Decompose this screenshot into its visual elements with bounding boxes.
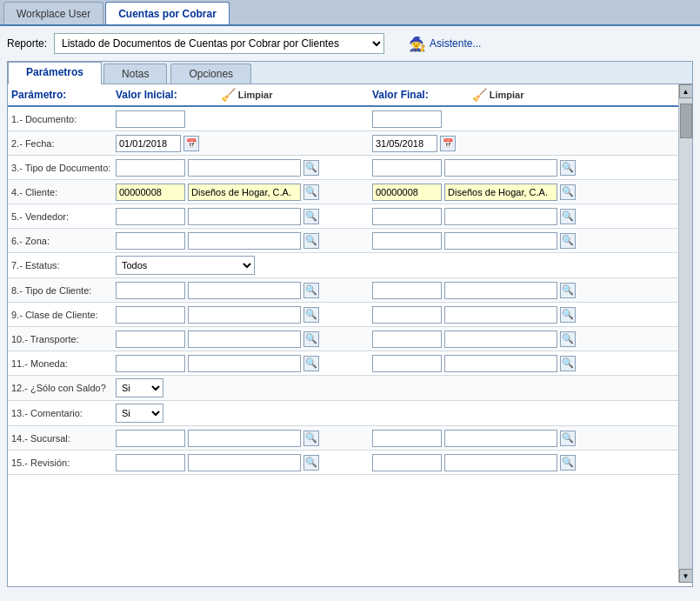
initial-code-input-row9[interactable] bbox=[116, 306, 185, 324]
search-button-initial-row10[interactable]: 🔍 bbox=[303, 331, 319, 347]
search-button-initial-row9[interactable]: 🔍 bbox=[303, 307, 319, 323]
final-cell-row6: 🔍 bbox=[372, 232, 629, 250]
search-button-final-row15[interactable]: 🔍 bbox=[560, 455, 576, 471]
param-label-row9: 9.- Clase de Cliente: bbox=[11, 310, 116, 320]
tab-opciones[interactable]: Opciones bbox=[170, 63, 251, 83]
initial-name-input-row14[interactable] bbox=[188, 430, 301, 447]
initial-code-input-row3[interactable] bbox=[116, 159, 185, 177]
final-code-input-row3[interactable] bbox=[372, 159, 442, 177]
final-name-input-row4[interactable] bbox=[444, 184, 557, 201]
initial-code-input-row6[interactable] bbox=[116, 232, 185, 250]
final-date-input-row2[interactable] bbox=[372, 135, 437, 152]
calendar-icon-final-row2[interactable]: 📅 bbox=[440, 136, 456, 151]
final-name-input-row8[interactable] bbox=[444, 282, 557, 299]
final-name-input-row15[interactable] bbox=[444, 454, 557, 471]
search-button-final-row6[interactable]: 🔍 bbox=[560, 233, 576, 249]
final-cell-row9: 🔍 bbox=[372, 306, 629, 324]
tab-cuentas[interactable]: Cuentas por Cobrar bbox=[105, 2, 230, 24]
initial-code-input-row5[interactable] bbox=[116, 208, 185, 225]
final-code-input-row6[interactable] bbox=[372, 232, 442, 250]
final-code-input-row5[interactable] bbox=[372, 208, 442, 225]
search-button-initial-row6[interactable]: 🔍 bbox=[303, 233, 319, 249]
search-button-final-row8[interactable]: 🔍 bbox=[560, 283, 576, 298]
search-button-initial-row14[interactable]: 🔍 bbox=[303, 431, 319, 446]
initial-code-input-row11[interactable] bbox=[116, 355, 185, 372]
final-name-input-row10[interactable] bbox=[444, 331, 557, 348]
initial-name-input-row5[interactable] bbox=[188, 208, 301, 225]
initial-code-input-row10[interactable] bbox=[116, 331, 185, 348]
tab-notas[interactable]: Notas bbox=[103, 63, 167, 83]
initial-name-input-row10[interactable] bbox=[188, 331, 301, 348]
final-name-input-row5[interactable] bbox=[444, 208, 557, 225]
scroll-up-button[interactable]: ▲ bbox=[679, 84, 693, 98]
final-cell-row4: 🔍 bbox=[372, 184, 629, 201]
scroll-thumb[interactable] bbox=[680, 104, 692, 138]
initial-name-input-row9[interactable] bbox=[188, 306, 301, 324]
report-select[interactable]: Listado de Documentos de Cuentas por Cob… bbox=[54, 33, 384, 54]
initial-cell-row14: 🔍 bbox=[116, 430, 372, 447]
initial-small-input-row1[interactable] bbox=[116, 110, 185, 128]
search-button-final-row9[interactable]: 🔍 bbox=[560, 307, 576, 323]
header-final: Valor Final: 🧹 Limpiar bbox=[372, 88, 629, 102]
initial-name-input-row3[interactable] bbox=[188, 159, 301, 177]
search-button-final-row3[interactable]: 🔍 bbox=[560, 160, 576, 176]
initial-cell-row1 bbox=[116, 110, 372, 128]
final-name-input-row14[interactable] bbox=[444, 430, 557, 447]
search-button-final-row11[interactable]: 🔍 bbox=[560, 356, 576, 371]
param-label-row8: 8.- Tipo de Cliente: bbox=[11, 285, 116, 296]
select-initial-row7[interactable]: TodosPendientePagado bbox=[116, 256, 255, 275]
initial-cell-row6: 🔍 bbox=[116, 232, 372, 250]
initial-name-input-row8[interactable] bbox=[188, 282, 301, 299]
table-row: 11.- Moneda:🔍🔍 bbox=[8, 351, 678, 376]
scroll-down-button[interactable]: ▼ bbox=[679, 569, 693, 583]
search-button-initial-row3[interactable]: 🔍 bbox=[303, 160, 319, 176]
search-button-initial-row8[interactable]: 🔍 bbox=[303, 283, 319, 298]
final-cell-row8: 🔍 bbox=[372, 282, 629, 299]
initial-code-input-row8[interactable] bbox=[116, 282, 185, 299]
final-code-input-row4[interactable] bbox=[372, 184, 442, 201]
initial-code-input-row15[interactable] bbox=[116, 454, 185, 471]
search-button-final-row14[interactable]: 🔍 bbox=[560, 431, 576, 446]
final-cell-row1 bbox=[372, 110, 629, 128]
search-button-initial-row5[interactable]: 🔍 bbox=[303, 209, 319, 224]
select-small-row12[interactable]: SiNo bbox=[116, 378, 163, 397]
select-small-row13[interactable]: SiNo bbox=[116, 404, 163, 423]
initial-cell-row5: 🔍 bbox=[116, 208, 372, 225]
clear-final-button[interactable]: 🧹 Limpiar bbox=[472, 88, 524, 102]
final-code-input-row15[interactable] bbox=[372, 454, 442, 471]
initial-name-input-row4[interactable] bbox=[188, 184, 301, 201]
initial-name-input-row15[interactable] bbox=[188, 454, 301, 471]
final-code-input-row8[interactable] bbox=[372, 282, 442, 299]
initial-name-input-row11[interactable] bbox=[188, 355, 301, 372]
final-name-input-row6[interactable] bbox=[444, 232, 557, 250]
initial-code-input-row14[interactable] bbox=[116, 430, 185, 447]
table-row: →4.- Cliente:🔍🔍 bbox=[8, 180, 678, 204]
final-name-input-row11[interactable] bbox=[444, 355, 557, 372]
search-button-final-row10[interactable]: 🔍 bbox=[560, 331, 576, 347]
final-name-input-row9[interactable] bbox=[444, 306, 557, 324]
tab-parametros[interactable]: Parámetros bbox=[8, 62, 102, 84]
search-button-initial-row15[interactable]: 🔍 bbox=[303, 455, 319, 471]
scrollbar[interactable]: ▲ ▼ bbox=[678, 84, 692, 583]
final-code-input-row9[interactable] bbox=[372, 306, 442, 324]
search-button-initial-row11[interactable]: 🔍 bbox=[303, 356, 319, 371]
assistant-button[interactable]: 🧙 Asistente... bbox=[409, 36, 481, 52]
final-name-input-row3[interactable] bbox=[444, 159, 557, 177]
initial-date-input-row2[interactable] bbox=[116, 135, 181, 152]
broom-icon-initial: 🧹 bbox=[221, 88, 236, 102]
clear-initial-button[interactable]: 🧹 Limpiar bbox=[221, 88, 273, 102]
search-button-final-row4[interactable]: 🔍 bbox=[560, 184, 576, 200]
initial-code-input-row4[interactable] bbox=[116, 184, 185, 201]
param-label-row10: 10.- Transporte: bbox=[11, 334, 116, 344]
table-row: 5.- Vendedor:🔍🔍 bbox=[8, 204, 678, 229]
final-cell-row5: 🔍 bbox=[372, 208, 629, 225]
calendar-icon-initial-row2[interactable]: 📅 bbox=[183, 136, 199, 151]
final-code-input-row11[interactable] bbox=[372, 355, 442, 372]
final-code-input-row14[interactable] bbox=[372, 430, 442, 447]
search-button-initial-row4[interactable]: 🔍 bbox=[303, 184, 319, 200]
tab-workplace[interactable]: Workplace User bbox=[3, 2, 103, 24]
final-code-input-row10[interactable] bbox=[372, 331, 442, 348]
initial-name-input-row6[interactable] bbox=[188, 232, 301, 250]
final-small-input-row1[interactable] bbox=[372, 110, 442, 128]
search-button-final-row5[interactable]: 🔍 bbox=[560, 209, 576, 224]
